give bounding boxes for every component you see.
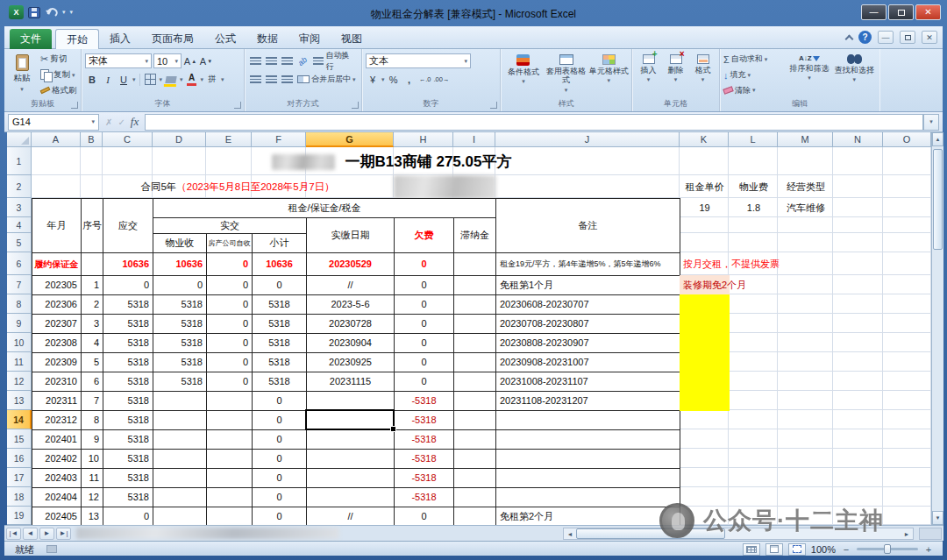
cell-F19[interactable]: 0 <box>252 507 307 526</box>
align-left-button[interactable] <box>248 72 262 87</box>
cell-J10[interactable]: 20230808-20230907 <box>495 333 680 353</box>
empty-cell[interactable] <box>778 468 833 487</box>
insert-function-button[interactable]: fx <box>131 115 139 129</box>
sheet-tabs-redacted[interactable] <box>76 528 339 539</box>
empty-cell[interactable] <box>833 233 883 252</box>
empty-cell[interactable] <box>778 487 833 507</box>
empty-cell[interactable] <box>32 175 81 198</box>
empty-cell[interactable] <box>778 333 833 352</box>
format-as-table-button[interactable]: 套用表格格式▾ <box>544 52 588 98</box>
empty-cell[interactable] <box>883 507 931 525</box>
redacted-block[interactable] <box>394 175 496 199</box>
column-header-B[interactable]: B <box>81 132 103 147</box>
row-header-13[interactable]: 13 <box>7 391 32 410</box>
empty-cell[interactable] <box>729 468 778 487</box>
scroll-left-icon[interactable]: ◄ <box>564 528 576 539</box>
zoom-in-button[interactable]: + <box>923 544 934 555</box>
row-header-11[interactable]: 11 <box>7 352 32 372</box>
cell-B7[interactable]: 1 <box>81 275 103 295</box>
workbook-restore-button[interactable] <box>900 31 915 44</box>
dialog-launcher-icon[interactable] <box>352 102 359 109</box>
empty-cell[interactable] <box>81 147 103 175</box>
row-header-12[interactable]: 12 <box>7 372 32 391</box>
column-header-O[interactable]: O <box>883 132 931 147</box>
empty-cell[interactable] <box>729 429 778 449</box>
empty-cell[interactable] <box>883 410 931 429</box>
cell-E8[interactable]: 0 <box>206 294 253 315</box>
cell-G7[interactable]: // <box>306 275 395 295</box>
cell-I18[interactable] <box>453 487 496 507</box>
cell-H13[interactable]: -5318 <box>394 391 454 411</box>
cell-A11[interactable]: 202309 <box>32 352 82 372</box>
header-due[interactable]: 应交 <box>103 198 153 253</box>
cell-A19[interactable]: 202405 <box>32 507 82 526</box>
empty-cell[interactable] <box>778 294 833 314</box>
dialog-launcher-icon[interactable] <box>490 102 497 109</box>
column-header-F[interactable]: F <box>252 132 306 147</box>
empty-cell[interactable] <box>729 507 778 525</box>
empty-cell[interactable] <box>778 410 833 429</box>
cell-contract[interactable]: 合同5年（2023年5月8日至2028年5月7日） <box>81 175 395 199</box>
cell-J15[interactable] <box>495 429 680 450</box>
cell-B10[interactable]: 4 <box>81 333 103 353</box>
cell-F11[interactable]: 5318 <box>252 352 307 372</box>
previous-sheet-button[interactable]: ◄ <box>23 528 38 540</box>
cell-B15[interactable]: 9 <box>81 429 103 450</box>
cell-G13[interactable] <box>306 391 395 411</box>
empty-cell[interactable] <box>778 429 833 449</box>
cell-I10[interactable] <box>453 333 496 353</box>
empty-cell[interactable] <box>495 175 680 198</box>
empty-cell[interactable] <box>32 147 81 175</box>
empty-cell[interactable] <box>778 507 833 525</box>
paste-button[interactable]: 粘贴 ▾ <box>7 52 37 98</box>
cell-I6[interactable] <box>453 252 496 276</box>
empty-cell[interactable] <box>833 507 883 525</box>
cell-C15[interactable]: 5318 <box>103 429 153 450</box>
column-header-L[interactable]: L <box>729 132 778 147</box>
empty-cell[interactable] <box>833 468 883 487</box>
empty-cell[interactable] <box>833 294 883 314</box>
empty-cell[interactable] <box>833 198 883 217</box>
empty-cell[interactable] <box>883 352 931 372</box>
empty-cell[interactable] <box>833 252 883 275</box>
empty-cell[interactable] <box>680 507 729 525</box>
empty-cell[interactable] <box>833 429 883 449</box>
cell-G9[interactable]: 20230728 <box>306 314 395 334</box>
yellow-block[interactable] <box>680 294 730 411</box>
header-self[interactable]: 房产公司自收 <box>206 233 253 253</box>
cell-F14[interactable]: 0 <box>252 410 307 430</box>
empty-cell[interactable] <box>778 449 833 468</box>
cell-I19[interactable] <box>453 507 496 526</box>
orientation-button[interactable]: ab <box>295 53 310 68</box>
header-owe[interactable]: 欠费 <box>394 217 454 253</box>
cell-F6[interactable]: 10636 <box>252 252 307 276</box>
empty-cell[interactable] <box>778 314 833 333</box>
empty-cell[interactable] <box>883 391 931 410</box>
decrease-font-button[interactable]: A▼ <box>199 53 213 68</box>
cell-A13[interactable]: 202311 <box>32 391 82 411</box>
cell-H16[interactable]: -5318 <box>394 449 454 469</box>
zoom-slider-thumb[interactable] <box>884 544 891 554</box>
save-icon[interactable] <box>28 7 40 18</box>
cell-B8[interactable]: 2 <box>81 294 103 315</box>
empty-cell[interactable] <box>680 410 729 429</box>
cell-E10[interactable]: 0 <box>206 333 253 353</box>
font-size-select[interactable]: 10▾ <box>153 53 182 68</box>
cell-H8[interactable]: 0 <box>394 294 454 315</box>
cut-button[interactable]: ✂剪切 <box>39 52 78 67</box>
customize-qat-icon[interactable]: ▾ <box>70 9 74 16</box>
empty-cell[interactable] <box>680 449 729 468</box>
column-header-E[interactable]: E <box>206 132 252 147</box>
cell-E9[interactable]: 0 <box>206 314 253 334</box>
cell-C8[interactable]: 5318 <box>103 294 153 315</box>
cell-F12[interactable]: 5318 <box>252 372 307 392</box>
row-header-18[interactable]: 18 <box>7 487 32 507</box>
cell-C17[interactable]: 5318 <box>103 468 153 488</box>
cell-styles-button[interactable]: 单元格样式▾ <box>588 52 629 98</box>
cell-F13[interactable]: 0 <box>252 391 307 411</box>
column-header-A[interactable]: A <box>32 132 81 147</box>
formula-input[interactable] <box>145 114 923 131</box>
underline-button[interactable]: U <box>117 72 131 87</box>
help-icon[interactable]: ? <box>858 31 872 44</box>
cell-J14[interactable] <box>495 410 680 430</box>
